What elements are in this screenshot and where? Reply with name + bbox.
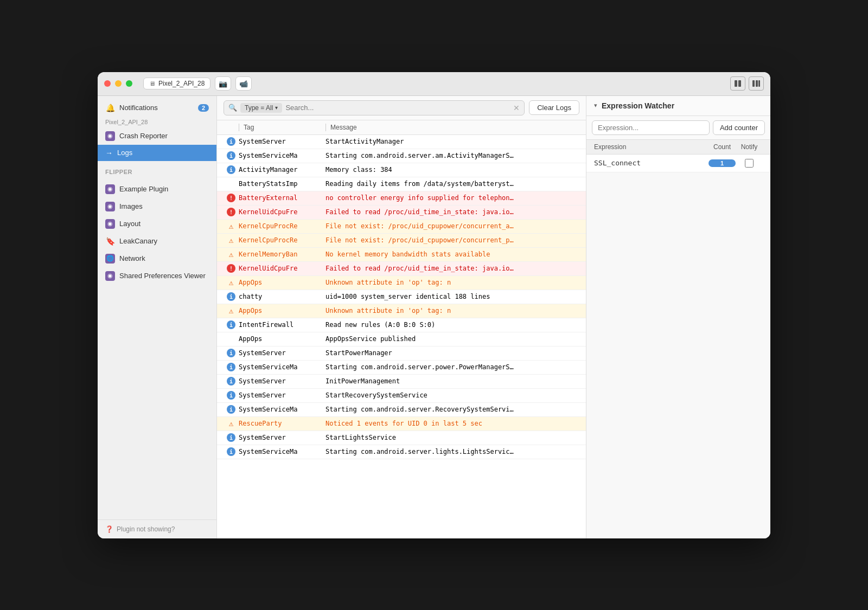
logs-arrow-icon: → bbox=[105, 149, 113, 157]
expression-input[interactable] bbox=[592, 120, 710, 135]
sidebar-footer[interactable]: ❓ Plugin not showing? bbox=[98, 519, 216, 538]
log-level-icon: i bbox=[224, 363, 239, 371]
log-row[interactable]: ⚠KernelCpuProcReFile not exist: /proc/ui… bbox=[217, 234, 586, 248]
main-content: 🔔 Notifications 2 Pixel_2_API_28 ◉ Crash… bbox=[98, 96, 770, 538]
sidebar-item-leakcanary[interactable]: 🔖 LeakCanary bbox=[98, 233, 216, 250]
leakcanary-icon: 🔖 bbox=[105, 236, 115, 246]
info-icon: i bbox=[227, 292, 235, 301]
notifications-badge: 2 bbox=[198, 104, 209, 112]
clear-search-icon[interactable]: ✕ bbox=[513, 104, 520, 112]
sidebar-item-example-plugin[interactable]: ◉ Example Plugin bbox=[98, 181, 216, 198]
warning-icon: ⚠ bbox=[229, 278, 233, 287]
log-row[interactable]: iIntentFirewallRead new rules (A:0 B:0 S… bbox=[217, 318, 586, 332]
svg-rect-2 bbox=[752, 80, 755, 87]
log-row[interactable]: ichattyuid=1000 system_server identical … bbox=[217, 290, 586, 304]
log-row[interactable]: ⚠KernelCpuProcReFile not exist: /proc/ui… bbox=[217, 220, 586, 234]
sidebar-item-images-label: Images bbox=[119, 202, 143, 210]
header-level bbox=[224, 124, 239, 131]
log-level-icon: ⚠ bbox=[224, 278, 239, 287]
sidebar-item-images[interactable]: ◉ Images bbox=[98, 198, 216, 215]
log-tag: KernelMemoryBan bbox=[239, 251, 326, 258]
error-icon: ! bbox=[227, 208, 235, 216]
add-counter-button[interactable]: Add counter bbox=[713, 120, 765, 135]
log-level-icon: i bbox=[224, 405, 239, 414]
log-row[interactable]: !KernelUidCpuFreFailed to read /proc/uid… bbox=[217, 262, 586, 276]
video-icon: 📹 bbox=[239, 80, 248, 88]
sidebar-item-logs[interactable]: → Logs bbox=[98, 145, 216, 161]
log-row[interactable]: iSystemServerStartLightsService bbox=[217, 431, 586, 445]
sidebar-item-leakcanary-label: LeakCanary bbox=[119, 237, 157, 245]
log-row[interactable]: ⚠AppOpsUnknown attribute in 'op' tag: n bbox=[217, 276, 586, 290]
log-row[interactable]: ⚠KernelMemoryBanNo kernel memory bandwid… bbox=[217, 248, 586, 262]
svg-rect-3 bbox=[756, 80, 758, 87]
log-tag: SystemServiceMa bbox=[239, 406, 326, 413]
log-tag: AppOps bbox=[239, 335, 326, 343]
search-bar[interactable]: 🔍 Type = All ▾ ✕ bbox=[224, 100, 525, 115]
log-row[interactable]: ⚠RescuePartyNoticed 1 events for UID 0 i… bbox=[217, 417, 586, 431]
info-icon: i bbox=[227, 391, 235, 400]
log-row[interactable]: ⚠AppOpsUnknown attribute in 'op' tag: n bbox=[217, 304, 586, 318]
close-button[interactable] bbox=[104, 80, 111, 87]
log-tag: BatteryStatsImp bbox=[239, 180, 326, 188]
log-message: Reading daily items from /data/system/ba… bbox=[326, 180, 579, 188]
expression-row[interactable]: SSL_connect1 bbox=[586, 155, 770, 172]
log-row[interactable]: iSystemServiceMaStarting com.android.ser… bbox=[217, 445, 586, 459]
clear-logs-button[interactable]: Clear Logs bbox=[529, 100, 579, 115]
error-icon: ! bbox=[227, 264, 235, 273]
log-row[interactable]: iSystemServiceMaStarting com.android.ser… bbox=[217, 149, 586, 163]
log-row[interactable]: !KernelUidCpuFreFailed to read /proc/uid… bbox=[217, 206, 586, 220]
sidebar-item-layout[interactable]: ◉ Layout bbox=[98, 215, 216, 233]
sidebar-item-crash-reporter[interactable]: ◉ Crash Reporter bbox=[98, 127, 216, 145]
video-button[interactable]: 📹 bbox=[235, 76, 252, 91]
log-row[interactable]: iActivityManagerMemory class: 384 bbox=[217, 163, 586, 177]
log-row[interactable]: iSystemServerInitPowerManagement bbox=[217, 375, 586, 389]
log-row[interactable]: iSystemServiceMaStarting com.android.ser… bbox=[217, 403, 586, 417]
titlebar-right bbox=[730, 76, 764, 91]
log-row[interactable]: iSystemServerStartPowerManager bbox=[217, 346, 586, 361]
log-level-icon: i bbox=[224, 377, 239, 386]
info-icon: i bbox=[227, 137, 235, 146]
expr-col-expression-header: Expression bbox=[594, 143, 709, 151]
log-level-icon: ! bbox=[224, 194, 239, 202]
expression-rows: SSL_connect1 bbox=[586, 155, 770, 172]
expr-col-notify-header: Notify bbox=[736, 143, 763, 151]
device-selector[interactable]: 🖥 Pixel_2_API_28 bbox=[143, 78, 210, 89]
sidebar-item-logs-label: Logs bbox=[117, 149, 132, 157]
log-message: File not exist: /proc/uid_cpupower/concu… bbox=[326, 222, 579, 230]
log-row[interactable]: !BatteryExternalno controller energy inf… bbox=[217, 191, 586, 206]
log-row[interactable]: iSystemServiceMaStarting com.android.ser… bbox=[217, 361, 586, 375]
camera-button[interactable]: 📷 bbox=[215, 76, 231, 91]
search-input[interactable] bbox=[285, 104, 510, 112]
log-table-header: Tag Message bbox=[217, 120, 586, 135]
log-message: StartPowerManager bbox=[326, 349, 579, 357]
layout-double-button[interactable] bbox=[749, 76, 764, 91]
type-filter[interactable]: Type = All ▾ bbox=[240, 103, 282, 113]
log-row[interactable]: AppOpsAppOpsService published bbox=[217, 332, 586, 346]
notify-checkbox[interactable] bbox=[745, 159, 754, 168]
log-message: StartActivityManager bbox=[326, 138, 579, 145]
sidebar-item-notifications[interactable]: 🔔 Notifications 2 bbox=[98, 99, 216, 117]
layout-single-button[interactable] bbox=[730, 76, 745, 91]
layout-icon: ◉ bbox=[105, 219, 115, 229]
log-panel: 🔍 Type = All ▾ ✕ Clear Logs Tag Message … bbox=[217, 96, 586, 538]
titlebar: 🖥 Pixel_2_API_28 📷 📹 bbox=[98, 72, 770, 96]
log-tag: KernelUidCpuFre bbox=[239, 265, 326, 272]
log-message: Starting com.android.server.lights.Light… bbox=[326, 448, 579, 455]
log-tag: IntentFirewall bbox=[239, 321, 326, 329]
warning-icon: ⚠ bbox=[229, 222, 233, 230]
log-row[interactable]: iSystemServerStartActivityManager bbox=[217, 135, 586, 149]
log-row[interactable]: iSystemServerStartRecoverySystemService bbox=[217, 389, 586, 403]
sidebar-item-shared-prefs[interactable]: ◉ Shared Preferences Viewer bbox=[98, 267, 216, 285]
expression-notify[interactable] bbox=[736, 159, 763, 168]
expression-input-row: Add counter bbox=[586, 116, 770, 140]
expression-watcher-header: ▾ Expression Watcher bbox=[586, 96, 770, 116]
log-row[interactable]: BatteryStatsImpReading daily items from … bbox=[217, 177, 586, 191]
minimize-button[interactable] bbox=[115, 80, 122, 87]
sidebar-item-network[interactable]: 🌐 Network bbox=[98, 250, 216, 267]
expression-table-header: Expression Count Notify bbox=[586, 140, 770, 155]
log-tag: SystemServer bbox=[239, 138, 326, 145]
crash-reporter-icon: ◉ bbox=[105, 131, 115, 141]
expression-chevron-icon: ▾ bbox=[594, 102, 597, 109]
maximize-button[interactable] bbox=[126, 80, 132, 87]
log-tag: SystemServiceMa bbox=[239, 448, 326, 455]
